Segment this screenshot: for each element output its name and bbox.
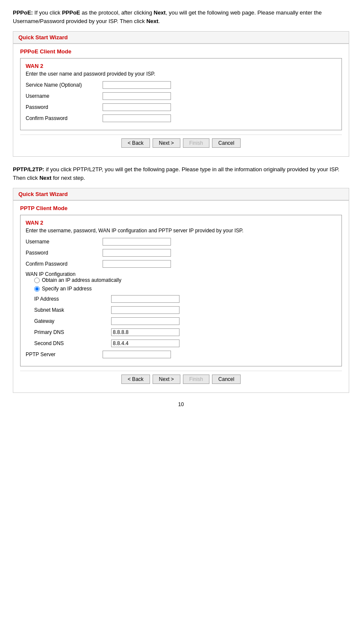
page-number: 10 [13,401,349,407]
pptp-password-row: Password [26,249,336,257]
pptp-wizard-body: PPTP Client Mode WAN 2 Enter the usernam… [13,201,349,392]
pppoe-next-button[interactable]: Next > [153,138,180,148]
pppoe-mode-title: PPPoE Client Mode [20,48,342,55]
pppoe-intro: PPPoE: If you click PPPoE as the protoco… [13,9,349,25]
pptp-radio-specify-label: Specify an IP address [42,286,92,292]
pptp-subnet-mask-input[interactable] [111,306,180,314]
pppoe-wizard-header: Quick Start Wizard [13,32,349,44]
pppoe-password-row: Password [26,103,336,111]
pptp-password-label: Password [26,250,103,256]
pppoe-back-button[interactable]: < Back [121,138,150,148]
pptp-finish-button[interactable]: Finish [183,375,209,384]
pptp-confirm-password-input[interactable] [103,260,171,268]
pptp-server-label: PPTP Server [26,351,103,357]
pppoe-bold1: PPPoE [62,9,80,16]
pptp-username-row: Username [26,238,336,246]
pptp-primary-dns-row: Primary DNS [34,328,336,336]
pptp-radio-auto-row: Obtain an IP address automatically [34,277,336,283]
pptp-primary-dns-input[interactable] [111,328,180,336]
pptp-server-row: PPTP Server [26,351,336,358]
pppoe-wan-table: WAN 2 Enter the user name and password p… [20,58,342,130]
pptp-label: PPTP/L2TP: [13,166,44,173]
pppoe-wizard-body: PPPoE Client Mode WAN 2 Enter the user n… [13,44,349,156]
pptp-ip-address-row: IP Address [34,295,336,303]
pptp-wan-ip-section: WAN IP Configuration Obtain an IP addres… [26,271,336,292]
pppoe-username-row: Username [26,92,336,100]
pppoe-confirm-password-label: Confirm Password [26,115,103,121]
pptp-back-button[interactable]: < Back [121,375,150,384]
pptp-intro: PPTP/L2TP: if you click PPTP/L2TP, you w… [13,165,349,182]
pppoe-password-label: Password [26,104,103,110]
pptp-ip-address-label: IP Address [34,296,111,302]
pptp-mode-title: PPTP Client Mode [20,205,342,211]
pptp-next-button[interactable]: Next > [153,375,180,384]
pptp-confirm-password-row: Confirm Password [26,260,336,268]
pptp-radio-specify-row: Specify an IP address [34,286,336,292]
pptp-subnet-mask-label: Subnet Mask [34,307,111,313]
pppoe-username-label: Username [26,93,103,99]
pptp-gateway-row: Gateway [34,317,336,325]
pptp-ip-fields: IP Address Subnet Mask Gateway Primary D… [26,295,336,347]
pptp-ip-address-input[interactable] [111,295,180,303]
pptp-next-bold: Next [39,175,51,181]
pptp-confirm-password-label: Confirm Password [26,261,103,267]
pptp-wan-desc: Enter the username, password, WAN IP con… [26,228,336,234]
pptp-radio-auto-label: Obtain an IP address automatically [42,277,121,283]
pppoe-wizard-title: Quick Start Wizard [18,34,68,41]
pptp-radio-specify[interactable] [34,286,40,292]
pppoe-service-name-row: Service Name (Optional) [26,81,336,89]
pppoe-finish-button[interactable]: Finish [183,138,209,148]
pppoe-confirm-password-input[interactable] [103,114,171,122]
pppoe-service-name-input[interactable] [103,81,171,89]
pppoe-label: PPPoE: [13,9,33,16]
pptp-primary-dns-label: Primary DNS [34,329,111,335]
pppoe-cancel-button[interactable]: Cancel [212,138,241,148]
pptp-username-label: Username [26,239,103,245]
pppoe-confirm-password-row: Confirm Password [26,114,336,122]
pppoe-next-bold: Next [154,9,166,16]
pptp-second-dns-row: Second DNS [34,340,336,347]
pptp-radio-auto[interactable] [34,278,40,283]
pptp-cancel-button[interactable]: Cancel [212,375,241,384]
pptp-wan-table: WAN 2 Enter the username, password, WAN … [20,215,342,366]
pppoe-service-name-label: Service Name (Optional) [26,82,103,88]
pptp-server-input[interactable] [103,351,171,358]
pptp-gateway-input[interactable] [111,317,180,325]
pptp-second-dns-label: Second DNS [34,340,111,346]
pptp-wan-ip-label: WAN IP Configuration [26,271,103,277]
pptp-btn-row: < Back Next > Finish Cancel [20,371,342,386]
pptp-wizard-title: Quick Start Wizard [18,191,68,197]
pppoe-wizard-container: Quick Start Wizard PPPoE Client Mode WAN… [13,31,349,157]
pptp-subnet-mask-row: Subnet Mask [34,306,336,314]
pptp-second-dns-input[interactable] [111,340,180,347]
pptp-gateway-label: Gateway [34,318,111,324]
pptp-wan-title: WAN 2 [26,220,336,226]
pptp-password-input[interactable] [103,249,171,257]
pptp-wizard-container: Quick Start Wizard PPTP Client Mode WAN … [13,188,349,393]
pppoe-password-input[interactable] [103,103,171,111]
pppoe-wan-title: WAN 2 [26,63,336,69]
pptp-username-input[interactable] [103,238,171,246]
pppoe-next-bold2: Next [146,18,158,24]
pppoe-wan-desc: Enter the user name and password provide… [26,71,336,77]
pptp-radio-group: Obtain an IP address automatically Speci… [26,277,336,292]
pppoe-btn-row: < Back Next > Finish Cancel [20,135,342,149]
pptp-wizard-header: Quick Start Wizard [13,188,349,200]
pppoe-username-input[interactable] [103,92,171,100]
